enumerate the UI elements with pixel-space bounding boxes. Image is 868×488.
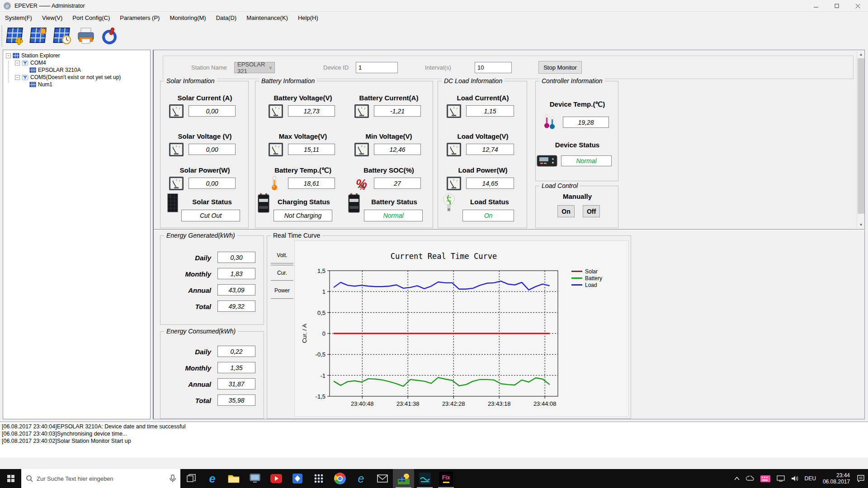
energy-generated-panel: Energy Generated(kWh) Daily 0,30 Monthly… bbox=[160, 235, 264, 325]
tab-cur[interactable]: Cur. bbox=[271, 265, 293, 281]
monthly-label: Monthly bbox=[164, 270, 211, 278]
solar-monitor-app-button[interactable] bbox=[393, 469, 414, 488]
ie-icon[interactable]: e bbox=[350, 469, 372, 488]
min-voltage-value: 12,46 bbox=[374, 144, 421, 155]
solar-voltage-value: 0,00 bbox=[189, 144, 236, 155]
taskbar-search[interactable]: Zur Suche Text hier eingeben bbox=[21, 469, 180, 488]
taskbar-clock[interactable]: 23:44 06.08.2017 bbox=[819, 472, 854, 485]
toolbar bbox=[0, 23, 868, 49]
volume-icon[interactable] bbox=[788, 469, 802, 488]
battery-status-value: Normal bbox=[364, 210, 423, 221]
grid-app-icon[interactable] bbox=[308, 469, 329, 488]
device-id-field[interactable]: 1 bbox=[356, 62, 398, 73]
cloud-icon[interactable] bbox=[743, 469, 757, 488]
tree-item-epsolar-3210a[interactable]: EPSOLAR 3210A bbox=[3, 66, 150, 74]
solar-power-value: 0,00 bbox=[189, 178, 236, 189]
collapse-icon[interactable]: − bbox=[6, 53, 11, 58]
monthly-label: Monthly bbox=[164, 364, 211, 372]
menu-help[interactable]: Help(H) bbox=[293, 12, 323, 23]
task-view-button[interactable] bbox=[180, 469, 202, 488]
tree-item-com5[interactable]: − COM5(Doesn't exist or not yet set up) bbox=[3, 74, 150, 81]
meter-icon bbox=[354, 104, 369, 118]
station-name-select[interactable]: EPSOLAR 321∨ bbox=[234, 62, 275, 73]
svg-text:23:43:18: 23:43:18 bbox=[488, 400, 511, 407]
charging-status-value: Not Charging bbox=[274, 210, 332, 221]
station-sun-icon[interactable] bbox=[27, 25, 51, 47]
tree-item-station-explorer[interactable]: − Station Explorer bbox=[3, 52, 150, 59]
thermometer-icon bbox=[270, 175, 280, 192]
media-app-icon[interactable] bbox=[265, 469, 287, 488]
solar-panel-icon bbox=[13, 53, 19, 59]
battery-current-label: Battery Current(A) bbox=[346, 94, 432, 102]
menu-maintenance[interactable]: Maintenance(K) bbox=[241, 12, 293, 23]
tree-item-com4[interactable]: − COM4 bbox=[3, 59, 150, 66]
network-icon[interactable] bbox=[774, 469, 788, 488]
total-label: Total bbox=[164, 303, 211, 310]
real-time-curve-panel: Real Time Curve Volt. Cur. Power Current… bbox=[267, 235, 631, 419]
print-icon[interactable] bbox=[74, 25, 98, 47]
svg-text:0: 0 bbox=[322, 330, 326, 337]
menu-system[interactable]: System(F) bbox=[0, 12, 37, 23]
tab-power[interactable]: Power bbox=[271, 283, 293, 299]
window-title: EPEVER —— Administrator bbox=[14, 3, 85, 9]
chrome-icon[interactable] bbox=[329, 469, 350, 488]
controller-information-title: Controller Information bbox=[539, 77, 605, 84]
load-on-button[interactable]: On bbox=[557, 205, 575, 217]
epever-app-button[interactable] bbox=[414, 469, 435, 488]
daily-label: Daily bbox=[164, 254, 211, 262]
edge-icon[interactable]: e bbox=[202, 469, 223, 488]
menu-monitoring[interactable]: Monitoring(M) bbox=[165, 12, 211, 23]
scroll-up-icon[interactable]: ▲ bbox=[857, 51, 865, 58]
tray-chevron-up-icon[interactable] bbox=[731, 469, 743, 488]
collapse-icon[interactable]: − bbox=[15, 61, 20, 66]
dc-load-information-title: DC Load Information bbox=[442, 77, 505, 84]
action-center-icon[interactable] bbox=[854, 469, 868, 488]
load-power-value: 14,65 bbox=[466, 178, 514, 189]
max-voltage-label: Max Voltage(V) bbox=[260, 132, 346, 140]
scroll-down-icon[interactable]: ▼ bbox=[857, 221, 865, 229]
svg-text:1,5: 1,5 bbox=[317, 267, 326, 274]
power-icon[interactable] bbox=[98, 25, 121, 47]
menu-port-config[interactable]: Port Config(C) bbox=[67, 12, 115, 23]
menu-data[interactable]: Data(D) bbox=[211, 12, 242, 23]
svg-text:0,5: 0,5 bbox=[317, 310, 326, 316]
vertical-scrollbar[interactable]: ▲ ▼ bbox=[857, 51, 864, 229]
minimize-button[interactable] bbox=[806, 0, 826, 12]
touch-keyboard-icon[interactable] bbox=[757, 469, 774, 488]
dc-load-information-panel: DC Load Information Load Current(A) 1,15… bbox=[438, 81, 527, 228]
battery-icon bbox=[348, 192, 360, 213]
load-off-button[interactable]: Off bbox=[583, 205, 600, 217]
energy-generated-title: Energy Generated(kWh) bbox=[164, 232, 237, 239]
scrollbar-thumb[interactable] bbox=[858, 58, 864, 214]
station-clock-icon[interactable] bbox=[51, 25, 74, 47]
microphone-icon[interactable] bbox=[170, 474, 176, 483]
svg-text:23:40:48: 23:40:48 bbox=[351, 400, 374, 407]
stop-monitor-button[interactable]: Stop Monitor bbox=[538, 61, 582, 74]
interval-field[interactable]: 10 bbox=[475, 62, 512, 73]
maximize-button[interactable] bbox=[826, 0, 847, 12]
language-indicator[interactable]: DEU bbox=[802, 469, 819, 488]
battery-temp-value: 18,61 bbox=[288, 178, 335, 189]
total-consumed-value: 35,98 bbox=[217, 394, 255, 406]
battery-soc-value: 27 bbox=[374, 178, 421, 189]
fix-app-button[interactable]: Fix bbox=[435, 469, 457, 488]
svg-text:23:42:28: 23:42:28 bbox=[442, 400, 465, 407]
tab-volt[interactable]: Volt. bbox=[271, 248, 293, 264]
collapse-icon[interactable]: − bbox=[15, 75, 20, 80]
annual-label: Annual bbox=[164, 380, 211, 388]
battery-voltage-label: Battery Voltage(V) bbox=[260, 94, 346, 102]
start-button[interactable] bbox=[0, 469, 21, 488]
monthly-consumed-value: 1,35 bbox=[217, 362, 255, 373]
solar-power-label: Solar Power(W) bbox=[160, 166, 249, 174]
menu-parameters[interactable]: Parameters (P) bbox=[115, 12, 165, 23]
mail-icon[interactable] bbox=[372, 469, 393, 488]
monitor-app-icon[interactable] bbox=[244, 469, 265, 488]
energy-consumed-title: Energy Consumed(kWh) bbox=[164, 328, 238, 335]
blue-app-icon[interactable] bbox=[287, 469, 308, 488]
close-button[interactable] bbox=[847, 0, 868, 12]
solar-status-value: Cut Out bbox=[181, 210, 240, 221]
menu-view[interactable]: View(V) bbox=[37, 12, 67, 23]
file-explorer-icon[interactable] bbox=[223, 469, 244, 488]
add-station-icon[interactable] bbox=[4, 25, 27, 47]
tree-item-num1[interactable]: Num1 bbox=[3, 81, 150, 88]
